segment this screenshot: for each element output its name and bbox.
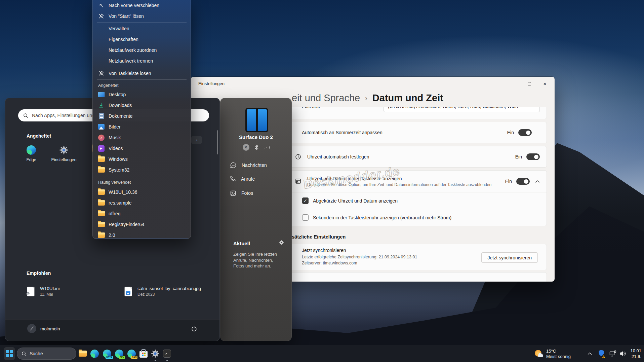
folder-icon xyxy=(97,156,105,162)
context-menu: Nach vorne verschieben Von "Start" lösen… xyxy=(92,0,191,239)
device-status-icons: × × xyxy=(220,144,291,151)
menu-item-documents[interactable]: Dokumente xyxy=(94,111,189,121)
recommended-item-jpg[interactable]: calm_sunset_by_cannabian.jpg Dez 2023 xyxy=(121,282,216,301)
pinned-app-edge[interactable]: Edge xyxy=(15,145,47,170)
menu-item-disconnect-network-drive[interactable]: Netzlaufwerk trennen xyxy=(94,56,189,66)
tray-security-icon[interactable] xyxy=(598,345,604,362)
start-button[interactable] xyxy=(4,347,15,360)
arrow-up-left-icon xyxy=(97,3,105,8)
phone-calls-item[interactable]: Anrufe xyxy=(230,173,255,185)
menu-item-20-folder[interactable]: 2.0 xyxy=(94,230,189,241)
weather-widget[interactable]: 15°C Meist sonnig xyxy=(534,345,571,362)
timezone-value: (UTC+01:00) Amsterdam, Berlin, Bern, Rom… xyxy=(388,107,518,109)
menu-item-offreg-folder[interactable]: offreg xyxy=(94,208,189,219)
gear-icon[interactable] xyxy=(279,240,284,247)
phone-messages-label: Nachrichten xyxy=(242,162,267,168)
device-name: Surface Duo 2 xyxy=(220,134,291,140)
taskbar-clock-toggle-state: Ein xyxy=(505,179,512,184)
checkbox-unchecked-icon[interactable] xyxy=(302,214,309,221)
seconds-clock-option[interactable]: Sekunden in der Taskleistenuhr anzeigen … xyxy=(289,209,547,226)
menu-item-music[interactable]: ♪ Musik xyxy=(94,132,189,143)
phone-messages-item[interactable]: Nachrichten xyxy=(230,159,267,171)
weather-icon xyxy=(534,349,543,358)
taskbar-clock-toggle[interactable] xyxy=(516,178,530,185)
timezone-label: Zeitzone xyxy=(302,107,384,109)
chevron-up-icon[interactable] xyxy=(535,180,540,183)
next-card-partial xyxy=(289,272,547,282)
start-menu-scrollbar[interactable] xyxy=(217,130,218,154)
menu-item-pictures[interactable]: Bilder xyxy=(94,121,189,132)
menu-item-map-network-drive[interactable]: Netzlaufwerk zuordnen xyxy=(94,45,189,56)
phone-photos-item[interactable]: Fotos xyxy=(230,187,253,199)
dst-label: Automatisch an Sommerzeit anpassen xyxy=(302,130,507,135)
pinned-section-header: Angeheftet xyxy=(93,80,191,89)
menu-item-move-to-front[interactable]: Nach vorne verschieben xyxy=(94,0,189,11)
menu-item-windows-folder[interactable]: Windows xyxy=(94,154,189,165)
taskbar-search[interactable]: Suche xyxy=(17,348,76,360)
taskbar-clock[interactable]: 10:01 21.9. xyxy=(630,348,641,359)
beta-badge: BETA xyxy=(106,356,113,359)
menu-item-w10ui-folder[interactable]: W10UI_10.36 xyxy=(94,187,189,197)
menu-item-properties[interactable]: Eigenschaften xyxy=(94,34,189,45)
sync-now-button[interactable]: Jetzt synchronisieren xyxy=(481,252,538,263)
close-button[interactable]: × xyxy=(537,78,553,89)
taskbar-clock-row[interactable]: Uhrzeit und Datum in der Taskleiste anze… xyxy=(289,171,547,192)
menu-item-unpin-start[interactable]: Von "Start" lösen xyxy=(94,11,189,22)
folder-icon xyxy=(97,189,105,195)
gear-overlay-icon xyxy=(26,291,30,297)
menu-item-registryfinder-folder[interactable]: RegistryFinder64 xyxy=(94,219,189,230)
chevron-right-icon: › xyxy=(365,94,367,102)
abbrev-clock-option[interactable]: ✓ Abgekürzte Uhrzeit und Datum anzeigen xyxy=(289,192,547,209)
settings-scroll-area[interactable]: Zeitzone (UTC+01:00) Amsterdam, Berlin, … xyxy=(289,107,550,282)
taskbar-edge-beta-button[interactable]: BETA xyxy=(103,349,111,358)
menu-item-downloads[interactable]: Downloads xyxy=(94,100,189,111)
menu-item-unpin-taskbar[interactable]: Von Taskleiste lösen xyxy=(94,68,189,79)
bluetooth-icon xyxy=(254,144,259,150)
folder-icon xyxy=(97,232,105,238)
menu-item-manage[interactable]: Verwalten xyxy=(94,23,189,34)
menu-item-label: res.sample xyxy=(109,200,131,206)
toggle-knob xyxy=(526,131,530,135)
taskbar-terminal-button[interactable]: >_ xyxy=(163,349,171,358)
taskbar-clock-subtitle: Deaktivieren Sie diese Option, um Ihre Z… xyxy=(307,182,505,187)
breadcrumb: eit und Sprache › Datum und Zeit xyxy=(292,93,443,104)
auto-time-label: Uhrzeit automatisch festlegen xyxy=(307,154,515,159)
minimize-button[interactable] xyxy=(506,78,522,89)
recommended-file-date: Dez 2023 xyxy=(137,292,201,297)
taskbar-edge-dev-button[interactable]: DEV xyxy=(115,349,123,358)
shield-warning-icon xyxy=(598,350,604,358)
menu-item-videos[interactable]: ▶ Videos xyxy=(94,143,189,154)
pinned-next-page-button[interactable]: › xyxy=(191,136,202,144)
file-explorer-icon xyxy=(79,351,87,357)
pinned-app-settings[interactable]: Einstellungen xyxy=(48,145,80,170)
canary-badge: CAN xyxy=(131,356,137,359)
dst-toggle[interactable] xyxy=(518,129,532,136)
tray-overflow-button[interactable] xyxy=(588,345,592,362)
menu-item-system32-folder[interactable]: System32 xyxy=(94,165,189,175)
weather-desc: Meist sonnig xyxy=(546,354,571,359)
taskbar-explorer-button[interactable] xyxy=(78,349,87,358)
menu-item-desktop[interactable]: Desktop xyxy=(94,89,189,100)
menu-item-label: Von "Start" lösen xyxy=(109,13,144,19)
user-name[interactable]: moinmoin xyxy=(40,326,60,331)
maximize-button[interactable] xyxy=(522,78,537,89)
checkbox-checked-icon[interactable]: ✓ xyxy=(302,197,309,204)
breadcrumb-parent[interactable]: eit und Sprache xyxy=(292,93,360,104)
user-avatar[interactable] xyxy=(27,324,36,333)
frequent-section-header: Häufig verwendet xyxy=(93,175,191,187)
taskbar-edge-canary-button[interactable]: CAN xyxy=(127,349,136,358)
taskbar-settings-button[interactable] xyxy=(151,349,160,358)
auto-time-toggle[interactable] xyxy=(526,153,540,160)
timezone-row: Zeitzone (UTC+01:00) Amsterdam, Berlin, … xyxy=(289,107,547,119)
menu-item-ressample-folder[interactable]: res.sample xyxy=(94,197,189,208)
edge-icon xyxy=(90,350,99,358)
recommended-item-ini[interactable]: W10UI.ini 11. Mai xyxy=(23,282,119,301)
phone-photos-label: Fotos xyxy=(241,190,253,196)
messages-icon xyxy=(230,162,237,169)
power-button[interactable] xyxy=(188,322,200,335)
taskbar-store-button[interactable] xyxy=(139,349,148,358)
tray-volume-icon[interactable] xyxy=(619,345,626,362)
taskbar-edge-button[interactable] xyxy=(90,349,99,358)
timezone-dropdown[interactable]: (UTC+01:00) Amsterdam, Berlin, Bern, Rom… xyxy=(384,107,540,112)
tray-network-icon[interactable] xyxy=(609,345,616,362)
